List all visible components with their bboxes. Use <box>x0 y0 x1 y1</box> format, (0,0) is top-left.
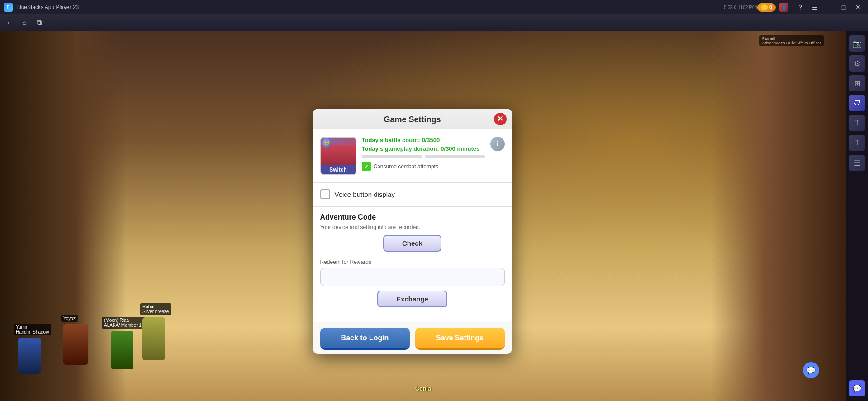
game-scene: Yamir Hand in Shadow Yoyoz (Moon) Riaa A… <box>0 31 846 401</box>
profile-row: 😼 Switch Today's battle count: 0/3500 To… <box>320 137 505 175</box>
nav-home-button[interactable]: ⌂ <box>18 18 31 27</box>
dialog-close-button[interactable]: ✕ <box>494 113 507 125</box>
npc-label: Purnell Adventurer's Guild Affairs Offic… <box>759 35 824 46</box>
app-logo: B <box>4 3 13 12</box>
sidebar-chat2-icon[interactable]: T <box>849 135 865 151</box>
consume-combat-checkmark: ✓ <box>362 162 371 171</box>
right-sidebar: 📷 ⚙ ⊞ 🛡 T T ☰ 💬 <box>846 31 868 401</box>
help-button[interactable]: ? <box>794 3 806 12</box>
avatar-badge-icon: 😼 <box>322 138 331 148</box>
close-button[interactable]: ✕ <box>852 3 864 12</box>
section-divider-1 <box>313 182 512 183</box>
sidebar-settings-icon[interactable]: ⚙ <box>849 55 865 72</box>
sidebar-layout-icon[interactable]: ⊞ <box>849 75 865 91</box>
section-divider-2 <box>313 206 512 207</box>
topbar: ← ⌂ ⧉ <box>0 14 868 31</box>
redeem-input[interactable] <box>320 268 505 286</box>
adventure-code-section: Adventure Code Your device and setting i… <box>320 213 505 252</box>
titlebar-controls: 🪙 0 👤 ? ☰ — □ ✕ <box>757 3 864 12</box>
app-subtitle: 5.22.0.1102 P64 <box>724 5 757 10</box>
profile-info: Today's battle count: 0/3500 Today's gam… <box>362 137 485 171</box>
back-to-login-button[interactable]: Back to Login <box>320 328 410 348</box>
account-icon[interactable]: 👤 <box>779 3 788 12</box>
gameplay-duration: Today's gameplay duration: 0/300 minutes <box>362 145 485 152</box>
battle-count: Today's battle count: 0/3500 <box>362 137 485 143</box>
dialog-header: Game Settings ✕ <box>313 109 512 129</box>
check-button[interactable]: Check <box>383 235 441 252</box>
sidebar-shield-icon[interactable]: 🛡 <box>849 95 865 111</box>
voice-display-label: Voice button display <box>335 191 395 198</box>
sidebar-camera-icon[interactable]: 📷 <box>849 35 865 52</box>
dialog-body: 😼 Switch Today's battle count: 0/3500 To… <box>313 129 512 322</box>
adventure-code-desc: Your device and setting info are recorde… <box>320 224 505 230</box>
sidebar-discord-icon[interactable]: 💬 <box>849 380 865 396</box>
titlebar: B BlueStacks App Player 23 5.22.0.1102 P… <box>0 0 868 14</box>
game-settings-dialog: Game Settings ✕ 😼 Switch Today's battle … <box>313 109 512 354</box>
dialog-footer: Back to Login Save Settings <box>313 322 512 354</box>
consume-combat-row: ✓ Consume combat attempts <box>362 162 485 171</box>
app-title: BlueStacks App Player 23 <box>16 4 720 10</box>
nav-back-button[interactable]: ← <box>4 18 16 27</box>
redeem-label: Redeem for Rewards <box>320 259 505 265</box>
save-settings-button[interactable]: Save Settings <box>415 328 505 348</box>
info-button[interactable]: i <box>490 137 505 151</box>
voice-display-row: Voice button display <box>320 189 505 199</box>
sidebar-chat1-icon[interactable]: T <box>849 115 865 131</box>
progress-bar-battles <box>362 155 422 158</box>
nav-copy-button[interactable]: ⧉ <box>33 18 45 27</box>
voice-display-checkbox[interactable] <box>320 189 330 199</box>
dialog-title: Game Settings <box>384 115 441 124</box>
profile-avatar: 😼 Switch <box>320 137 356 175</box>
adventure-code-title: Adventure Code <box>320 213 505 221</box>
minimize-button[interactable]: — <box>823 3 835 12</box>
consume-combat-label: Consume combat attempts <box>374 163 438 170</box>
exchange-button[interactable]: Exchange <box>377 291 447 307</box>
maximize-button[interactable]: □ <box>837 3 850 12</box>
progress-bar-time <box>425 155 485 158</box>
switch-label[interactable]: Switch <box>321 165 356 174</box>
coin-counter: 🪙 0 <box>757 3 776 12</box>
progress-bars <box>362 155 485 158</box>
dialog-overlay: Game Settings ✕ 😼 Switch Today's battle … <box>0 62 825 401</box>
sidebar-more-icon[interactable]: ☰ <box>849 155 865 171</box>
redeem-section: Redeem for Rewards Exchange <box>320 259 505 307</box>
menu-button[interactable]: ☰ <box>808 3 821 12</box>
